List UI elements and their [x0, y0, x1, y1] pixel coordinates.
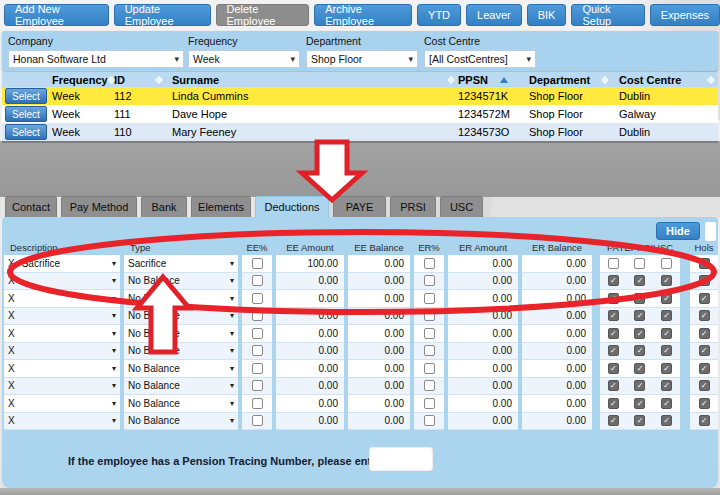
ee-amount-field[interactable]: 0.00: [276, 325, 344, 343]
column-header-surname[interactable]: Surname: [166, 72, 458, 87]
clear-x-marker[interactable]: X: [8, 258, 15, 269]
ee-balance-field[interactable]: 0.00: [348, 343, 410, 361]
column-header-frequency[interactable]: Frequency: [48, 72, 114, 87]
ee-amount-field[interactable]: 100.00: [276, 255, 344, 273]
pension-tracing-input[interactable]: [369, 447, 433, 471]
er-balance-field[interactable]: 0.00: [522, 413, 592, 431]
type-select[interactable]: No Balance▾: [124, 290, 238, 308]
column-header-cost-centre[interactable]: Cost Centre: [612, 72, 718, 87]
description-select[interactable]: X▾: [4, 325, 120, 343]
er-amount-field[interactable]: 0.00: [448, 343, 518, 361]
ee-percent-checkbox[interactable]: [252, 398, 263, 409]
hols-checkbox[interactable]: ✓: [699, 380, 710, 391]
tab-pay-method[interactable]: Pay Method: [61, 196, 137, 217]
usc-checkbox[interactable]: ✓: [661, 363, 672, 374]
prsi-checkbox[interactable]: ✓: [634, 380, 645, 391]
select-button[interactable]: Select: [5, 124, 47, 140]
er-amount-field[interactable]: 0.00: [448, 273, 518, 291]
ee-percent-checkbox[interactable]: [252, 363, 263, 374]
description-select[interactable]: X▾: [4, 273, 120, 291]
er-percent-checkbox[interactable]: [424, 293, 435, 304]
ee-percent-checkbox[interactable]: [252, 328, 263, 339]
usc-checkbox[interactable]: ✓: [661, 328, 672, 339]
er-percent-checkbox[interactable]: [424, 310, 435, 321]
sort-icon[interactable]: [601, 75, 609, 83]
usc-checkbox[interactable]: ✓: [661, 345, 672, 356]
prsi-checkbox[interactable]: [634, 258, 645, 269]
ee-amount-field[interactable]: 0.00: [276, 413, 344, 431]
hols-checkbox[interactable]: ✓: [699, 293, 710, 304]
prsi-checkbox[interactable]: ✓: [634, 345, 645, 356]
clear-x-marker[interactable]: X: [8, 380, 15, 391]
usc-checkbox[interactable]: ✓: [661, 275, 672, 286]
paye-checkbox[interactable]: ✓: [608, 380, 619, 391]
paye-checkbox[interactable]: ✓: [608, 293, 619, 304]
sort-icon[interactable]: [447, 75, 455, 83]
type-select[interactable]: No Balance▾: [124, 343, 238, 361]
company-select[interactable]: Honan Software Ltd ▾: [8, 50, 184, 68]
hols-checkbox[interactable]: ✓: [699, 310, 710, 321]
column-header-id[interactable]: ID: [114, 72, 166, 87]
description-select[interactable]: X▾: [4, 395, 120, 413]
ee-balance-field[interactable]: 0.00: [348, 308, 410, 326]
usc-checkbox[interactable]: ✓: [661, 415, 672, 426]
hols-checkbox[interactable]: ✓: [699, 275, 710, 286]
er-balance-field[interactable]: 0.00: [522, 378, 592, 396]
er-percent-checkbox[interactable]: [424, 398, 435, 409]
toolbar-button-archive-employee[interactable]: Archive Employee: [314, 4, 412, 26]
type-select[interactable]: No Balance▾: [124, 413, 238, 431]
er-balance-field[interactable]: 0.00: [522, 308, 592, 326]
toolbar-button-bik[interactable]: BIK: [527, 4, 567, 26]
ee-balance-field[interactable]: 0.00: [348, 273, 410, 291]
tab-paye[interactable]: PAYE: [333, 196, 386, 217]
clear-x-marker[interactable]: X: [8, 310, 15, 321]
clear-x-marker[interactable]: X: [8, 275, 15, 286]
usc-checkbox[interactable]: ✓: [661, 398, 672, 409]
ee-percent-checkbox[interactable]: [252, 415, 263, 426]
ee-percent-checkbox[interactable]: [252, 345, 263, 356]
paye-checkbox[interactable]: ✓: [608, 415, 619, 426]
er-amount-field[interactable]: 0.00: [448, 255, 518, 273]
hols-checkbox[interactable]: ✓: [699, 398, 710, 409]
hide-button[interactable]: Hide: [656, 222, 700, 240]
type-select[interactable]: No Balance▾: [124, 395, 238, 413]
description-select[interactable]: X▾: [4, 360, 120, 378]
ee-amount-field[interactable]: 0.00: [276, 308, 344, 326]
description-select[interactable]: XSacrifice▾: [4, 255, 120, 273]
er-amount-field[interactable]: 0.00: [448, 290, 518, 308]
prsi-checkbox[interactable]: ✓: [634, 310, 645, 321]
hols-checkbox[interactable]: ✓: [699, 415, 710, 426]
sort-icon[interactable]: [707, 75, 715, 83]
ee-amount-field[interactable]: 0.00: [276, 378, 344, 396]
ee-percent-checkbox[interactable]: [252, 258, 263, 269]
ee-balance-field[interactable]: 0.00: [348, 255, 410, 273]
ee-amount-field[interactable]: 0.00: [276, 290, 344, 308]
type-select[interactable]: No Balance▾: [124, 378, 238, 396]
er-percent-checkbox[interactable]: [424, 328, 435, 339]
type-select[interactable]: No Balance▾: [124, 360, 238, 378]
clear-x-marker[interactable]: X: [8, 363, 15, 374]
description-select[interactable]: X▾: [4, 343, 120, 361]
ee-percent-checkbox[interactable]: [252, 275, 263, 286]
er-amount-field[interactable]: 0.00: [448, 378, 518, 396]
description-select[interactable]: X▾: [4, 378, 120, 396]
ee-balance-field[interactable]: 0.00: [348, 413, 410, 431]
prsi-checkbox[interactable]: ✓: [634, 415, 645, 426]
ee-balance-field[interactable]: 0.00: [348, 325, 410, 343]
paye-checkbox[interactable]: ✓: [608, 345, 619, 356]
select-button[interactable]: Select: [5, 106, 47, 122]
er-amount-field[interactable]: 0.00: [448, 413, 518, 431]
usc-checkbox[interactable]: ✓: [661, 310, 672, 321]
ee-percent-checkbox[interactable]: [252, 310, 263, 321]
hols-checkbox[interactable]: ✓: [699, 345, 710, 356]
type-select[interactable]: No Balance▾: [124, 325, 238, 343]
er-amount-field[interactable]: 0.00: [448, 395, 518, 413]
usc-checkbox[interactable]: ✓: [661, 380, 672, 391]
er-balance-field[interactable]: 0.00: [522, 290, 592, 308]
prsi-checkbox[interactable]: ✓: [634, 398, 645, 409]
usc-checkbox[interactable]: [661, 258, 672, 269]
er-balance-field[interactable]: 0.00: [522, 255, 592, 273]
ee-balance-field[interactable]: 0.00: [348, 395, 410, 413]
er-balance-field[interactable]: 0.00: [522, 325, 592, 343]
toolbar-button-leaver[interactable]: Leaver: [466, 4, 522, 26]
